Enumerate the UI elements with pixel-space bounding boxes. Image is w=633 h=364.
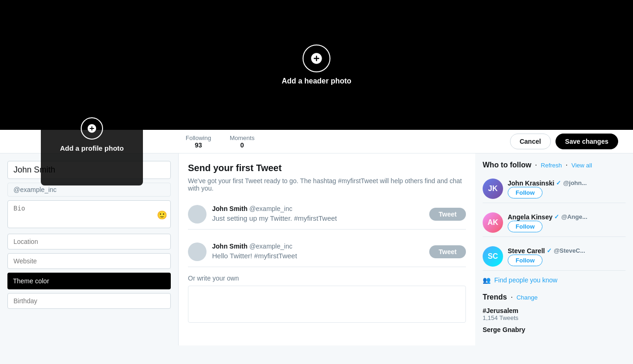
view-all-link[interactable]: View all — [571, 162, 592, 169]
find-people-label: Find people you know — [494, 276, 557, 284]
actions-bar: Cancel Save changes — [510, 134, 626, 149]
write-own-box[interactable] — [188, 286, 466, 323]
trends-section: Trends · Change #Jerusalem 1,154 Tweets … — [483, 293, 626, 333]
tweet-text-2: Hello Twitter! #myfirstTweet — [212, 252, 424, 260]
following-value: 93 — [186, 141, 211, 149]
birthday-input[interactable] — [7, 293, 171, 309]
moments-stat: Moments 0 — [230, 134, 254, 149]
people-icon: 👥 — [483, 276, 491, 284]
tweet-body-1: John Smith @example_inc Just setting up … — [212, 205, 424, 222]
follow-suggestion-2: SC Steve Carell ✓ @SteveC... Follow — [483, 243, 626, 271]
camera-icon — [81, 117, 103, 140]
tweet-button-2[interactable]: Tweet — [429, 245, 466, 258]
or-write-own-label: Or write your own — [188, 275, 466, 282]
location-input[interactable] — [7, 234, 171, 249]
refresh-link[interactable]: Refresh — [541, 162, 562, 169]
add-profile-photo-label: Add a profile photo — [60, 144, 123, 152]
follow-name-2: Steve Carell ✓ @SteveC... — [508, 247, 626, 255]
emoji-button[interactable]: 🙂 — [157, 210, 167, 220]
tweet-text-1: Just setting up my Twitter. #myfirstTwee… — [212, 214, 424, 222]
tweet-name-2: John Smith — [212, 243, 247, 250]
add-profile-photo-button[interactable]: Add a profile photo — [41, 83, 143, 185]
cancel-button[interactable]: Cancel — [510, 134, 551, 149]
follow-avatar-2: SC — [483, 246, 503, 267]
following-stat: Following 93 — [186, 134, 211, 149]
following-label: Following — [186, 134, 211, 141]
avatar-initial-2: SC — [483, 246, 503, 267]
send-tweet-description: We've got your first Tweet ready to go. … — [188, 177, 466, 192]
who-to-follow-label: Who to follow — [483, 161, 531, 169]
follow-info-2: Steve Carell ✓ @SteveC... Follow — [508, 247, 626, 266]
right-sidebar: Who to follow · Refresh · View all JK Jo… — [475, 153, 633, 345]
follow-avatar-0: JK — [483, 179, 503, 199]
birthday-field — [7, 293, 171, 309]
theme-color-button[interactable]: Theme color — [7, 273, 171, 289]
follow-avatar-1: AK — [483, 212, 503, 233]
location-field — [7, 234, 171, 249]
follow-name-1: Angela Kinsey ✓ @Ange... — [508, 213, 626, 221]
tweet-item-2: John Smith @example_inc Hello Twitter! #… — [188, 237, 466, 267]
tweet-item-1: John Smith @example_inc Just setting up … — [188, 199, 466, 230]
tweet-button-1[interactable]: Tweet — [429, 208, 466, 221]
follow-button-0[interactable]: Follow — [508, 187, 543, 198]
avatar-initial-0: JK — [483, 179, 503, 199]
trends-header: Trends · Change — [483, 293, 626, 301]
separator: · — [535, 161, 537, 169]
trend-count-0: 1,154 Tweets — [483, 314, 626, 321]
tweet-meta-2: John Smith @example_inc — [212, 243, 424, 250]
stats-group: Following 93 Moments 0 — [186, 134, 254, 149]
trend-name-1: Serge Gnabry — [483, 326, 626, 333]
send-tweet-section: Send your first Tweet We've got your fir… — [188, 163, 466, 323]
moments-value: 0 — [230, 141, 254, 149]
moments-label: Moments — [230, 134, 254, 141]
verified-badge-1: ✓ — [554, 213, 559, 220]
trend-name-0: #Jerusalem — [483, 307, 626, 314]
follow-name-0: John Krasinski ✓ @john... — [508, 179, 626, 187]
camera-large-icon — [303, 45, 330, 72]
add-header-photo-button[interactable]: Add a header photo — [282, 45, 351, 85]
header-area: Add a profile photo Add a header photo — [0, 0, 633, 130]
save-changes-button[interactable]: Save changes — [555, 134, 618, 149]
tweet-handle-2: @example_inc — [249, 243, 292, 250]
find-people-link[interactable]: 👥 Find people you know — [483, 276, 626, 284]
tweet-avatar-2 — [188, 243, 207, 261]
website-input[interactable] — [7, 253, 171, 269]
add-header-photo-label: Add a header photo — [282, 77, 351, 85]
follow-info-1: Angela Kinsey ✓ @Ange... Follow — [508, 213, 626, 232]
trends-separator: · — [510, 293, 512, 301]
bio-input[interactable] — [7, 200, 171, 228]
tweet-handle-1: @example_inc — [249, 205, 292, 212]
tweet-avatar-1 — [188, 205, 207, 224]
tweet-name-1: John Smith — [212, 205, 247, 212]
follow-suggestion-0: JK John Krasinski ✓ @john... Follow — [483, 175, 626, 203]
verified-badge-2: ✓ — [547, 247, 552, 254]
follow-button-2[interactable]: Follow — [508, 255, 543, 266]
follow-suggestion-1: AK Angela Kinsey ✓ @Ange... Follow — [483, 209, 626, 237]
main-content: Send your first Tweet We've got your fir… — [179, 153, 475, 345]
change-trends-link[interactable]: Change — [517, 294, 538, 301]
trend-item-1: Serge Gnabry — [483, 326, 626, 333]
avatar-initial-1: AK — [483, 212, 503, 233]
website-field — [7, 253, 171, 269]
send-tweet-heading: Send your first Tweet — [188, 163, 466, 173]
trend-item-0: #Jerusalem 1,154 Tweets — [483, 307, 626, 321]
tweet-body-2: John Smith @example_inc Hello Twitter! #… — [212, 243, 424, 260]
follow-info-0: John Krasinski ✓ @john... Follow — [508, 179, 626, 198]
separator2: · — [566, 161, 568, 169]
verified-badge-0: ✓ — [556, 179, 561, 186]
trends-label: Trends — [483, 293, 507, 301]
follow-button-1[interactable]: Follow — [508, 221, 543, 232]
who-to-follow-header: Who to follow · Refresh · View all — [483, 161, 626, 169]
tweet-meta-1: John Smith @example_inc — [212, 205, 424, 212]
bio-field: 🙂 — [7, 200, 171, 230]
